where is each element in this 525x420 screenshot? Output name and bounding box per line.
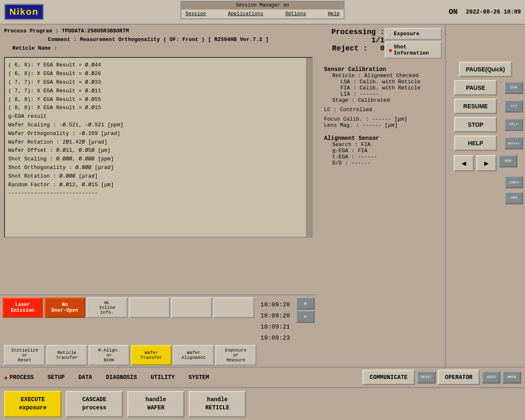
sensor-calib-stage: Stage : Calibrated xyxy=(332,97,438,103)
datetime: 2022-08-26 10:09 xyxy=(466,9,521,15)
dyn-icon[interactable]: DYN xyxy=(504,82,523,94)
left-arrow-btn[interactable]: ◀ xyxy=(454,155,474,171)
help-row: HELP DECter xyxy=(448,135,523,152)
top-menubar: Nikon Session Manager on Session Applica… xyxy=(0,0,525,25)
menu-session[interactable]: Session xyxy=(185,11,206,17)
menu-help[interactable]: Help xyxy=(328,11,340,17)
exposure-btn-label: Exposure xyxy=(394,31,419,37)
data-line: ( 6, 8): Y EGA Result = Ø.Ø44 xyxy=(8,61,308,70)
shot-info-button[interactable]: ◆ Shot Information xyxy=(385,41,442,59)
execute-exposure-btn[interactable]: EXECUTEexposure xyxy=(4,391,62,418)
diamond-diagnosis: ◇ xyxy=(100,374,104,381)
logo-box: Nikon xyxy=(4,4,44,20)
align-sensor-title: Alignment Sensor xyxy=(324,135,438,142)
nav-diagnosis[interactable]: ◇ DIAGNOSIS xyxy=(100,374,137,381)
pause-quick-btn[interactable]: PAUSE(Quick) xyxy=(459,62,512,77)
step-initialize[interactable]: InitializeorReset xyxy=(4,345,45,365)
step-wafer-alignment[interactable]: WaferAlignment xyxy=(173,345,214,365)
data-line: ( 7, 7): X EGA Result = Ø.Ø11 xyxy=(8,87,308,96)
process-comment-label: Comment : Measurement Orthogonality ( OF… xyxy=(4,36,313,44)
nav-utility[interactable]: ◇ UTILITY xyxy=(145,374,175,381)
data-line: ( 6, 8): X EGA Result = Ø.Ø26 xyxy=(8,70,308,78)
msm-icon[interactable]: MSM xyxy=(499,155,517,167)
align-tega: t-EGA : ------ xyxy=(332,154,438,160)
laser-emission-btn[interactable]: LaserEmission xyxy=(2,297,43,318)
resume-btn[interactable]: RESUME xyxy=(454,98,497,114)
timestamp: 10:09:23 xyxy=(260,333,290,344)
sensor-calib-title: Sensor Calibration xyxy=(324,66,438,73)
step-wafer-transfer[interactable]: WaferTransfer xyxy=(131,345,172,365)
align-dd: D/D : ------ xyxy=(332,160,438,166)
cascade-process-btn[interactable]: CASCADEprocess xyxy=(66,391,123,418)
alert-buttons: LaserEmission NoDoor-Open WLInlineInfo. xyxy=(2,297,254,342)
no-door-open-btn[interactable]: NoDoor-Open xyxy=(44,297,85,318)
timestamp: 10:09:20 xyxy=(260,310,290,322)
data-line: ( 8, 8): X EGA Result = Ø.Ø15 xyxy=(8,104,308,112)
lens-mag-label: Lens Mag. : ------ [μm] xyxy=(324,122,438,128)
top-right-info: ON 2022-08-26 10:09 xyxy=(449,8,521,16)
chbch-right-icon[interactable]: CHBCH xyxy=(505,176,523,188)
menu-applications[interactable]: Applications xyxy=(228,11,263,17)
step-exposure[interactable]: ExposureorMeasure xyxy=(215,345,256,365)
nav-system-label: SYSTEM xyxy=(189,374,209,381)
diamond-utility: ◇ xyxy=(145,374,148,381)
step-blank3 xyxy=(213,297,254,318)
nav-data[interactable]: ◇ DATA xyxy=(73,374,92,381)
process-reticle-label: Reticle Name : xyxy=(12,44,313,53)
menu-options[interactable]: Options xyxy=(285,11,306,17)
processing-header: Processing : 1/1 Reject : 0 ◇ Exposure ◆ xyxy=(320,28,442,59)
reset-icon[interactable]: RESET xyxy=(417,371,436,383)
session-manager-box: Session Manager on Session Applications … xyxy=(180,1,345,19)
nav-utility-label: UTILITY xyxy=(151,374,175,381)
wl-inline-btn[interactable]: WLInlineInfo. xyxy=(87,297,128,318)
itv-icon[interactable]: itv xyxy=(504,100,523,112)
data-line: Random Factor : Ø.Ø12, Ø.Ø15 [μm] xyxy=(8,181,308,189)
session-manager-title: Session Manager on xyxy=(181,2,344,9)
help-btn[interactable]: HELP xyxy=(454,135,497,151)
no-door-open-label: NoDoor-Open xyxy=(52,302,78,313)
lc-label: LC : Controlled xyxy=(324,107,438,113)
nav-system[interactable]: ◇ SYSTEM xyxy=(183,374,209,381)
decte-icon[interactable]: DECter xyxy=(504,137,523,149)
wl-inline-label: WLInlineInfo. xyxy=(99,300,115,315)
logo: Nikon xyxy=(9,7,39,17)
reject-label: Reject : xyxy=(332,44,368,52)
handle-wafer-btn[interactable]: handleWAFER xyxy=(127,391,185,418)
step-ralign[interactable]: R-Align.orBCHK xyxy=(89,345,130,365)
chbch-icon[interactable]: ⊞ xyxy=(296,297,315,310)
upd-icon[interactable]: ⊟ xyxy=(296,310,315,323)
chbch-spacer xyxy=(448,176,504,188)
nav-diagnosis-label: DIAGNOSIS xyxy=(106,374,137,381)
exposure-button[interactable]: ◇ Exposure xyxy=(385,28,442,40)
upd-row: UPD xyxy=(448,192,523,204)
focus-calib-label: Focus Calib. : ------ [μm] xyxy=(324,116,438,122)
step-reticle-transfer[interactable]: ReticleTransfer xyxy=(46,345,87,365)
communicate-btn[interactable]: COMMUNICATE xyxy=(362,370,415,385)
diamond-setup: ◇ xyxy=(42,374,45,381)
reject-block: Reject : 0 xyxy=(320,44,385,52)
processing-block: Processing : 1/1 Reject : 0 xyxy=(320,28,385,52)
hmsm-bottom-icon[interactable]: HMSM xyxy=(502,371,521,383)
alignment-sensor-block: Alignment Sensor Search : FIA g-EGA : FI… xyxy=(320,132,442,169)
sensor-calibration-block: Sensor Calibration Reticle : Alignment C… xyxy=(320,63,442,132)
data-area: ( 6, 8): Y EGA Result = Ø.Ø44( 6, 8): X … xyxy=(4,57,313,237)
timestamp: 10:09:21 xyxy=(260,322,290,333)
scrollbar-right[interactable] xyxy=(306,58,312,237)
operator-btn[interactable]: OPERATOR xyxy=(438,370,480,385)
data-line: Shot Rotation : Ø.ØØØ [μrad] xyxy=(8,172,308,181)
diamond-system: ◇ xyxy=(183,374,186,381)
stop-btn[interactable]: STOP xyxy=(454,117,497,132)
sensor-calib-reticle: Reticle : Alignment Checked xyxy=(332,73,438,79)
resume-row: RESUME itv xyxy=(448,98,523,115)
pause-btn[interactable]: PAUSE xyxy=(454,80,497,96)
utly-icon[interactable]: UTLY xyxy=(504,119,523,131)
gped-icon[interactable]: GPED xyxy=(482,371,500,383)
nav-setup[interactable]: ◇ SETUP xyxy=(42,374,64,381)
processing-value: 1/1 xyxy=(371,36,384,44)
session-manager-menu: Session Applications Options Help xyxy=(181,9,344,18)
handle-reticle-btn[interactable]: handleRETICLE xyxy=(189,391,246,418)
right-status-panel: Processing : 1/1 Reject : 0 ◇ Exposure ◆ xyxy=(317,25,445,367)
upd-right-icon[interactable]: UPD xyxy=(505,192,523,204)
nav-process[interactable]: ◆ PROCESS xyxy=(4,374,34,381)
right-arrow-btn[interactable]: ▶ xyxy=(476,155,497,171)
